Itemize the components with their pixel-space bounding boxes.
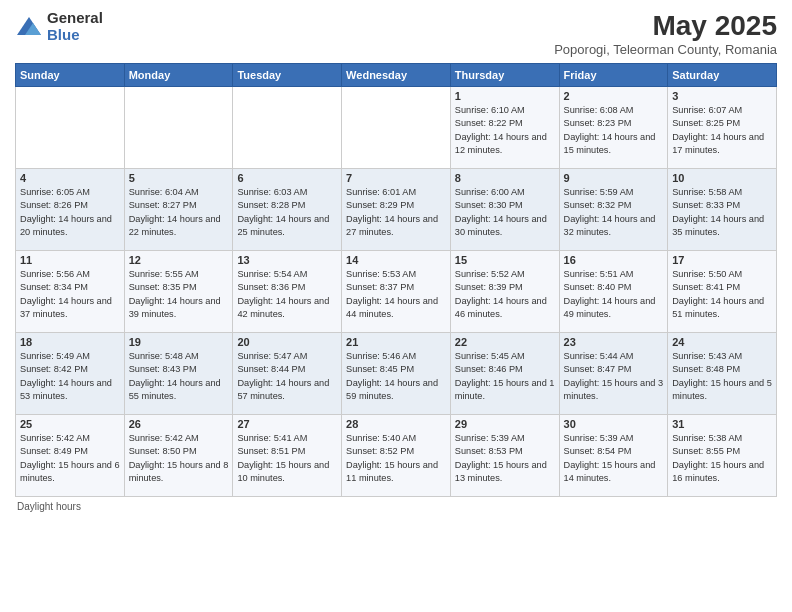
day-info: Sunrise: 5:58 AMSunset: 8:33 PMDaylight:… bbox=[672, 186, 772, 239]
sunrise-text: Sunrise: 5:54 AM bbox=[237, 269, 307, 279]
day-cell: 23Sunrise: 5:44 AMSunset: 8:47 PMDayligh… bbox=[559, 333, 668, 415]
sunrise-text: Sunrise: 5:56 AM bbox=[20, 269, 90, 279]
day-cell: 2Sunrise: 6:08 AMSunset: 8:23 PMDaylight… bbox=[559, 87, 668, 169]
day-number: 24 bbox=[672, 336, 772, 348]
day-cell: 1Sunrise: 6:10 AMSunset: 8:22 PMDaylight… bbox=[450, 87, 559, 169]
sunset-text: Sunset: 8:52 PM bbox=[346, 446, 414, 456]
sunset-text: Sunset: 8:23 PM bbox=[564, 118, 632, 128]
day-info: Sunrise: 5:46 AMSunset: 8:45 PMDaylight:… bbox=[346, 350, 446, 403]
sunrise-text: Sunrise: 5:41 AM bbox=[237, 433, 307, 443]
logo-icon bbox=[15, 13, 43, 41]
sunset-text: Sunset: 8:51 PM bbox=[237, 446, 305, 456]
day-number: 11 bbox=[20, 254, 120, 266]
day-cell: 22Sunrise: 5:45 AMSunset: 8:46 PMDayligh… bbox=[450, 333, 559, 415]
day-number: 6 bbox=[237, 172, 337, 184]
column-header-saturday: Saturday bbox=[668, 64, 777, 87]
main-title: May 2025 bbox=[554, 10, 777, 42]
daylight-text: Daylight: 14 hours and 37 minutes. bbox=[20, 296, 112, 319]
day-info: Sunrise: 5:59 AMSunset: 8:32 PMDaylight:… bbox=[564, 186, 664, 239]
logo-blue-text: Blue bbox=[47, 27, 103, 44]
sunrise-text: Sunrise: 5:50 AM bbox=[672, 269, 742, 279]
day-number: 7 bbox=[346, 172, 446, 184]
day-cell: 15Sunrise: 5:52 AMSunset: 8:39 PMDayligh… bbox=[450, 251, 559, 333]
daylight-text: Daylight: 14 hours and 25 minutes. bbox=[237, 214, 329, 237]
day-info: Sunrise: 5:53 AMSunset: 8:37 PMDaylight:… bbox=[346, 268, 446, 321]
sunrise-text: Sunrise: 5:51 AM bbox=[564, 269, 634, 279]
day-number: 23 bbox=[564, 336, 664, 348]
sunset-text: Sunset: 8:48 PM bbox=[672, 364, 740, 374]
daylight-text: Daylight: 14 hours and 12 minutes. bbox=[455, 132, 547, 155]
sunset-text: Sunset: 8:34 PM bbox=[20, 282, 88, 292]
day-number: 10 bbox=[672, 172, 772, 184]
day-cell: 16Sunrise: 5:51 AMSunset: 8:40 PMDayligh… bbox=[559, 251, 668, 333]
day-info: Sunrise: 6:03 AMSunset: 8:28 PMDaylight:… bbox=[237, 186, 337, 239]
day-info: Sunrise: 6:07 AMSunset: 8:25 PMDaylight:… bbox=[672, 104, 772, 157]
day-info: Sunrise: 5:43 AMSunset: 8:48 PMDaylight:… bbox=[672, 350, 772, 403]
day-number: 2 bbox=[564, 90, 664, 102]
sunrise-text: Sunrise: 5:38 AM bbox=[672, 433, 742, 443]
sunrise-text: Sunrise: 5:42 AM bbox=[129, 433, 199, 443]
daylight-text: Daylight: 14 hours and 17 minutes. bbox=[672, 132, 764, 155]
day-number: 13 bbox=[237, 254, 337, 266]
sunset-text: Sunset: 8:29 PM bbox=[346, 200, 414, 210]
day-number: 8 bbox=[455, 172, 555, 184]
daylight-text: Daylight: 14 hours and 30 minutes. bbox=[455, 214, 547, 237]
day-info: Sunrise: 5:44 AMSunset: 8:47 PMDaylight:… bbox=[564, 350, 664, 403]
header: General Blue May 2025 Poporogi, Teleorma… bbox=[15, 10, 777, 57]
day-number: 16 bbox=[564, 254, 664, 266]
sunrise-text: Sunrise: 5:43 AM bbox=[672, 351, 742, 361]
day-cell: 19Sunrise: 5:48 AMSunset: 8:43 PMDayligh… bbox=[124, 333, 233, 415]
day-cell bbox=[124, 87, 233, 169]
day-info: Sunrise: 5:39 AMSunset: 8:53 PMDaylight:… bbox=[455, 432, 555, 485]
day-number: 18 bbox=[20, 336, 120, 348]
sunrise-text: Sunrise: 5:58 AM bbox=[672, 187, 742, 197]
day-cell bbox=[16, 87, 125, 169]
day-info: Sunrise: 6:01 AMSunset: 8:29 PMDaylight:… bbox=[346, 186, 446, 239]
sunset-text: Sunset: 8:47 PM bbox=[564, 364, 632, 374]
sunset-text: Sunset: 8:35 PM bbox=[129, 282, 197, 292]
column-header-friday: Friday bbox=[559, 64, 668, 87]
sunrise-text: Sunrise: 5:44 AM bbox=[564, 351, 634, 361]
sunset-text: Sunset: 8:44 PM bbox=[237, 364, 305, 374]
sunrise-text: Sunrise: 6:03 AM bbox=[237, 187, 307, 197]
week-row-4: 18Sunrise: 5:49 AMSunset: 8:42 PMDayligh… bbox=[16, 333, 777, 415]
day-cell: 27Sunrise: 5:41 AMSunset: 8:51 PMDayligh… bbox=[233, 415, 342, 497]
day-cell: 24Sunrise: 5:43 AMSunset: 8:48 PMDayligh… bbox=[668, 333, 777, 415]
daylight-text: Daylight: 15 hours and 3 minutes. bbox=[564, 378, 664, 401]
page: General Blue May 2025 Poporogi, Teleorma… bbox=[0, 0, 792, 612]
sunset-text: Sunset: 8:25 PM bbox=[672, 118, 740, 128]
subtitle: Poporogi, Teleorman County, Romania bbox=[554, 42, 777, 57]
day-number: 12 bbox=[129, 254, 229, 266]
day-cell: 13Sunrise: 5:54 AMSunset: 8:36 PMDayligh… bbox=[233, 251, 342, 333]
day-number: 22 bbox=[455, 336, 555, 348]
day-cell: 10Sunrise: 5:58 AMSunset: 8:33 PMDayligh… bbox=[668, 169, 777, 251]
sunset-text: Sunset: 8:30 PM bbox=[455, 200, 523, 210]
sunset-text: Sunset: 8:46 PM bbox=[455, 364, 523, 374]
daylight-text: Daylight: 15 hours and 13 minutes. bbox=[455, 460, 547, 483]
sunset-text: Sunset: 8:22 PM bbox=[455, 118, 523, 128]
day-number: 14 bbox=[346, 254, 446, 266]
day-info: Sunrise: 5:55 AMSunset: 8:35 PMDaylight:… bbox=[129, 268, 229, 321]
daylight-text: Daylight: 15 hours and 6 minutes. bbox=[20, 460, 120, 483]
daylight-text: Daylight: 14 hours and 35 minutes. bbox=[672, 214, 764, 237]
week-row-1: 1Sunrise: 6:10 AMSunset: 8:22 PMDaylight… bbox=[16, 87, 777, 169]
daylight-text: Daylight: 14 hours and 15 minutes. bbox=[564, 132, 656, 155]
day-number: 31 bbox=[672, 418, 772, 430]
sunset-text: Sunset: 8:36 PM bbox=[237, 282, 305, 292]
day-cell: 7Sunrise: 6:01 AMSunset: 8:29 PMDaylight… bbox=[342, 169, 451, 251]
day-number: 3 bbox=[672, 90, 772, 102]
sunrise-text: Sunrise: 6:05 AM bbox=[20, 187, 90, 197]
sunrise-text: Sunrise: 6:08 AM bbox=[564, 105, 634, 115]
daylight-text: Daylight: 14 hours and 20 minutes. bbox=[20, 214, 112, 237]
day-info: Sunrise: 5:41 AMSunset: 8:51 PMDaylight:… bbox=[237, 432, 337, 485]
sunset-text: Sunset: 8:28 PM bbox=[237, 200, 305, 210]
daylight-text: Daylight: 14 hours and 22 minutes. bbox=[129, 214, 221, 237]
sunset-text: Sunset: 8:43 PM bbox=[129, 364, 197, 374]
day-info: Sunrise: 5:50 AMSunset: 8:41 PMDaylight:… bbox=[672, 268, 772, 321]
sunset-text: Sunset: 8:53 PM bbox=[455, 446, 523, 456]
day-cell: 12Sunrise: 5:55 AMSunset: 8:35 PMDayligh… bbox=[124, 251, 233, 333]
day-info: Sunrise: 5:42 AMSunset: 8:50 PMDaylight:… bbox=[129, 432, 229, 485]
sunset-text: Sunset: 8:42 PM bbox=[20, 364, 88, 374]
logo: General Blue bbox=[15, 10, 103, 43]
day-info: Sunrise: 5:39 AMSunset: 8:54 PMDaylight:… bbox=[564, 432, 664, 485]
